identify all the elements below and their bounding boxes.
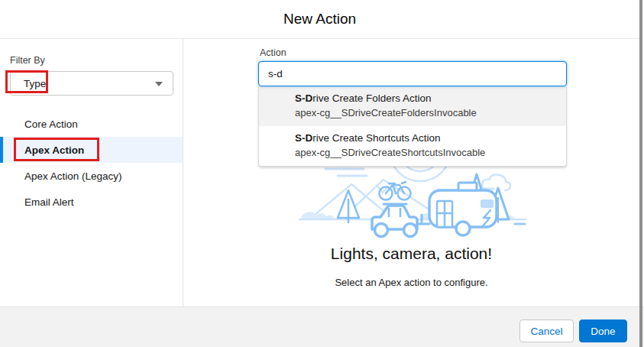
sidebar-item-email-alert[interactable]: Email Alert (0, 189, 183, 215)
modal-footer: Cancel Done (0, 306, 644, 347)
modal-title: New Action (0, 11, 639, 28)
sidebar-item-label: Email Alert (24, 196, 74, 208)
sidebar-item-label: Core Action (24, 118, 78, 130)
action-type-nav: Core Action Apex Action Apex Action (Leg… (0, 111, 183, 215)
cancel-button[interactable]: Cancel (519, 319, 574, 342)
sidebar-item-label: Apex Action (Legacy) (24, 170, 122, 182)
action-suggestion-listbox: S-Drive Create Folders Action apex-cg__S… (258, 86, 567, 167)
suggestion-sdrive-create-shortcuts[interactable]: S-Drive Create Shortcuts Action apex-cg_… (259, 126, 566, 166)
filter-by-label: Filter By (10, 55, 45, 66)
window-scrollbar-edge[interactable] (639, 0, 642, 347)
suggestion-title: S-Drive Create Shortcuts Action (295, 131, 558, 145)
suggestion-subtitle: apex-cg__SDriveCreateShortcutsInvocable (295, 146, 558, 160)
camping-illustration (298, 163, 527, 248)
header-divider (0, 38, 639, 39)
done-button[interactable]: Done (579, 319, 627, 342)
annotation-box-apex-action (14, 138, 99, 161)
empty-state-subtext: Select an Apex action to configure. (183, 277, 639, 288)
suggestion-subtitle: apex-cg__SDriveCreateFoldersInvocable (295, 106, 558, 120)
action-search-input[interactable] (258, 61, 567, 86)
sidebar-item-apex-action-legacy[interactable]: Apex Action (Legacy) (0, 163, 183, 189)
annotation-box-type (5, 70, 48, 93)
suggestion-sdrive-create-folders[interactable]: S-Drive Create Folders Action apex-cg__S… (259, 86, 566, 126)
chevron-down-icon (155, 82, 163, 86)
sidebar-item-core-action[interactable]: Core Action (0, 111, 183, 137)
action-label: Action (260, 47, 286, 58)
sidebar-divider (183, 39, 183, 306)
suggestion-title: S-Drive Create Folders Action (295, 92, 558, 105)
new-action-modal: New Action Filter By Type Core Action Ap… (0, 0, 644, 347)
